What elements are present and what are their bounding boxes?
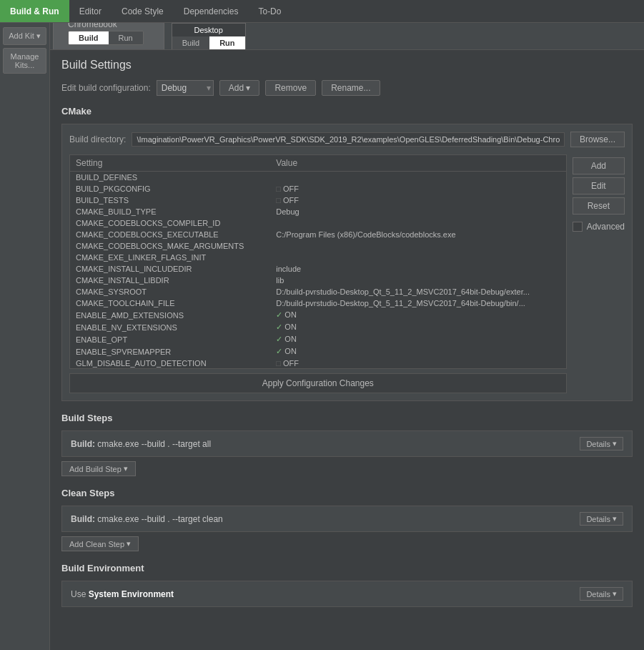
manage-kits-button[interactable]: Manage Kits...	[3, 48, 46, 74]
config-remove-btn[interactable]: Remove	[265, 80, 316, 96]
code-style-tab[interactable]: Code Style	[112, 0, 174, 22]
table-row: CMAKE_INSTALL_LIBDIRlib	[70, 275, 566, 286]
env-details-btn[interactable]: Details ▾	[580, 587, 623, 601]
setting-cell: BUILD_DEFINES	[70, 172, 270, 184]
sidebar: Add Kit ▾ Manage Kits...	[0, 23, 50, 650]
setting-cell: ENABLE_SPVREMAPPER	[70, 345, 270, 358]
dependencies-tab[interactable]: Dependencies	[174, 0, 249, 22]
dropdown-icon-2: ▾	[127, 539, 131, 548]
value-cell: Debug	[270, 206, 565, 217]
cmake-table-container[interactable]: Setting Value BUILD_DEFINESBUILD_PKGCONF…	[69, 154, 567, 369]
col-value: Value	[270, 155, 565, 172]
table-row: CMAKE_CODEBLOCKS_MAKE_ARGUMENTS	[70, 240, 566, 252]
config-label: Edit build configuration:	[61, 83, 151, 93]
clean-details-label: Details	[586, 515, 610, 523]
value-cell: D:/build-pvrstudio-Desktop_Qt_5_11_2_MSV…	[270, 286, 565, 297]
table-row: CMAKE_CODEBLOCKS_EXECUTABLEC:/Program Fi…	[70, 229, 566, 240]
chevron-down-icon-3: ▾	[613, 589, 617, 599]
content-area: Build Settings Edit build configuration:…	[50, 50, 644, 650]
cmake-reset-btn[interactable]: Reset	[573, 197, 625, 215]
table-row: BUILD_PKGCONFIG□ OFF	[70, 183, 566, 194]
config-add-btn[interactable]: Add ▾	[219, 80, 260, 96]
setting-cell: CMAKE_TOOLCHAIN_FILE	[70, 297, 270, 309]
cmake-table-column: Setting Value BUILD_DEFINESBUILD_PKGCONF…	[69, 154, 567, 393]
add-clean-step-btn[interactable]: Add Clean Step ▾	[61, 536, 139, 551]
build-environment-section: Build Environment Use System Environment…	[61, 563, 633, 607]
kit-tabs-bar: Chromebook Build Run Desktop Build Run	[50, 23, 644, 50]
main-layout: Add Kit ▾ Manage Kits... Chromebook Buil…	[0, 23, 644, 650]
cmake-edit-btn[interactable]: Edit	[573, 177, 625, 194]
clean-step-details-btn[interactable]: Details ▾	[580, 512, 623, 526]
add-build-step-label: Add Build Step	[69, 465, 122, 473]
setting-cell: CMAKE_CODEBLOCKS_MAKE_ARGUMENTS	[70, 240, 270, 252]
chromebook-build-tab[interactable]: Build	[69, 31, 109, 44]
chevron-down-icon: ▾	[613, 439, 617, 448]
build-step-details-btn[interactable]: Details ▾	[580, 437, 623, 450]
advanced-checkbox[interactable]	[573, 222, 583, 232]
chromebook-run-tab[interactable]: Run	[109, 31, 143, 44]
browse-button[interactable]: Browse...	[570, 132, 625, 147]
table-row: ENABLE_OPT✓ ON	[70, 333, 566, 345]
build-steps-section: Build Steps Build: cmake.exe --build . -…	[61, 413, 633, 476]
value-cell: □ OFF	[270, 358, 565, 369]
setting-cell: CMAKE_EXE_LINKER_FLAGS_INIT	[70, 252, 270, 263]
build-step-0: Build: cmake.exe --build . --target all …	[61, 430, 633, 457]
config-rename-btn[interactable]: Rename...	[322, 80, 380, 96]
build-dir-input[interactable]	[132, 132, 565, 147]
editor-tab[interactable]: Editor	[69, 0, 112, 22]
setting-cell: CMAKE_CODEBLOCKS_COMPILER_ID	[70, 217, 270, 229]
setting-cell: ENABLE_AMD_EXTENSIONS	[70, 309, 270, 321]
clean-step-0: Build: cmake.exe --build . --target clea…	[61, 506, 633, 532]
table-row: CMAKE_INSTALL_INCLUDEDIRinclude	[70, 263, 566, 275]
setting-cell: CMAKE_SYSROOT	[70, 286, 270, 297]
kit-tab-chromebook[interactable]: Chromebook Build Run	[53, 23, 164, 49]
value-cell	[270, 172, 565, 184]
add-kit-button[interactable]: Add Kit ▾	[3, 27, 46, 45]
value-cell: ✓ ON	[270, 321, 565, 333]
value-cell: ✓ ON	[270, 345, 565, 358]
table-row: CMAKE_CODEBLOCKS_COMPILER_ID	[70, 217, 566, 229]
env-box: Use System Environment Details ▾	[61, 581, 633, 607]
setting-cell: ENABLE_NV_EXTENSIONS	[70, 321, 270, 333]
build-dir-row: Build directory: Browse...	[69, 132, 625, 147]
table-row: ENABLE_NV_EXTENSIONS✓ ON	[70, 321, 566, 333]
setting-cell: BUILD_PKGCONFIG	[70, 183, 270, 194]
build-dir-label: Build directory:	[69, 134, 126, 144]
setting-cell: GLM_DISABLE_AUTO_DETECTION	[70, 358, 270, 369]
cmake-table: Setting Value BUILD_DEFINESBUILD_PKGCONF…	[70, 155, 566, 369]
cmake-add-btn[interactable]: Add	[573, 157, 625, 174]
clean-steps-title: Clean Steps	[61, 488, 633, 498]
config-select[interactable]: Debug Release	[157, 80, 214, 96]
value-cell: □ OFF	[270, 194, 565, 206]
table-row: GLM_DISABLE_AUTO_DETECTION□ OFF	[70, 358, 566, 369]
value-cell: □ OFF	[270, 183, 565, 194]
cmake-box: Build directory: Browse... Setting V	[61, 124, 633, 401]
table-row: CMAKE_EXE_LINKER_FLAGS_INIT	[70, 252, 566, 263]
table-row: CMAKE_BUILD_TYPEDebug	[70, 206, 566, 217]
top-bar: Build & Run Editor Code Style Dependenci…	[0, 0, 644, 23]
table-row: ENABLE_SPVREMAPPER✓ ON	[70, 345, 566, 358]
value-cell	[270, 240, 565, 252]
desktop-run-tab[interactable]: Run	[209, 36, 244, 49]
table-row: CMAKE_TOOLCHAIN_FILED:/build-pvrstudio-D…	[70, 297, 566, 309]
config-select-wrapper[interactable]: Debug Release	[157, 80, 214, 96]
value-cell	[270, 252, 565, 263]
table-row: ENABLE_AMD_EXTENSIONS✓ ON	[70, 309, 566, 321]
env-details-label: Details	[586, 590, 610, 599]
desktop-tab-label: Desktop	[172, 24, 245, 36]
config-row: Edit build configuration: Debug Release …	[61, 80, 633, 96]
apply-config-btn[interactable]: Apply Configuration Changes	[69, 373, 567, 393]
build-run-tab[interactable]: Build & Run	[0, 0, 69, 22]
desktop-build-tab[interactable]: Build	[172, 36, 209, 49]
col-setting: Setting	[70, 155, 270, 172]
add-build-step-btn[interactable]: Add Build Step ▾	[61, 461, 136, 476]
todo-tab[interactable]: To-Do	[248, 0, 291, 22]
setting-cell: BUILD_TESTS	[70, 194, 270, 206]
setting-cell: CMAKE_BUILD_TYPE	[70, 206, 270, 217]
page-title: Build Settings	[61, 59, 633, 72]
add-label: Add	[229, 83, 244, 93]
setting-cell: CMAKE_INSTALL_LIBDIR	[70, 275, 270, 286]
advanced-check-row: Advanced	[573, 222, 625, 232]
setting-cell: CMAKE_CODEBLOCKS_EXECUTABLE	[70, 229, 270, 240]
chromebook-tab-label: Chromebook	[68, 23, 117, 29]
